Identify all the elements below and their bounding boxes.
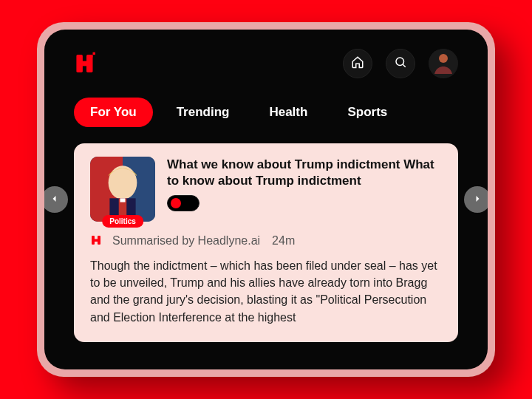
prev-article-button[interactable] <box>44 186 68 213</box>
svg-rect-3 <box>93 52 95 55</box>
source-logo-icon <box>90 233 105 248</box>
svg-line-6 <box>403 64 406 67</box>
search-icon <box>394 55 407 72</box>
tab-for-you[interactable]: For You <box>74 98 153 127</box>
time-ago: 24m <box>272 234 295 248</box>
source-line: Summarised by Headlyne.ai <box>112 234 260 248</box>
tab-sports[interactable]: Sports <box>331 98 403 127</box>
toggle-knob-icon <box>171 198 181 208</box>
category-tabs: For You Trending Health Sports <box>74 98 458 127</box>
avatar-icon <box>429 49 458 78</box>
svg-point-8 <box>439 54 448 63</box>
chevron-left-icon <box>50 193 59 206</box>
svg-rect-2 <box>81 61 89 66</box>
article-headline: What we know about Trump indictment What… <box>167 157 442 189</box>
article-card[interactable]: Politics What we know about Trump indict… <box>74 143 458 342</box>
next-article-button[interactable] <box>464 186 488 213</box>
search-button[interactable] <box>386 49 415 78</box>
home-icon <box>351 55 364 72</box>
chevron-right-icon <box>473 193 482 206</box>
svg-point-5 <box>396 58 404 66</box>
tab-trending[interactable]: Trending <box>160 98 246 127</box>
article-body: Though the indictment – which has been f… <box>90 257 442 326</box>
app-screen: For You Trending Health Sports <box>44 30 488 369</box>
article-thumbnail: Politics <box>90 157 155 222</box>
tab-health[interactable]: Health <box>253 98 324 127</box>
svg-rect-18 <box>94 239 99 242</box>
svg-point-12 <box>109 166 137 200</box>
app-logo[interactable] <box>74 51 99 76</box>
profile-avatar[interactable] <box>429 49 458 78</box>
home-button[interactable] <box>343 49 372 78</box>
sentiment-toggle[interactable] <box>167 195 200 211</box>
category-badge: Politics <box>102 215 143 228</box>
svg-rect-15 <box>120 198 125 202</box>
svg-rect-4 <box>90 55 92 57</box>
top-bar <box>74 49 458 78</box>
